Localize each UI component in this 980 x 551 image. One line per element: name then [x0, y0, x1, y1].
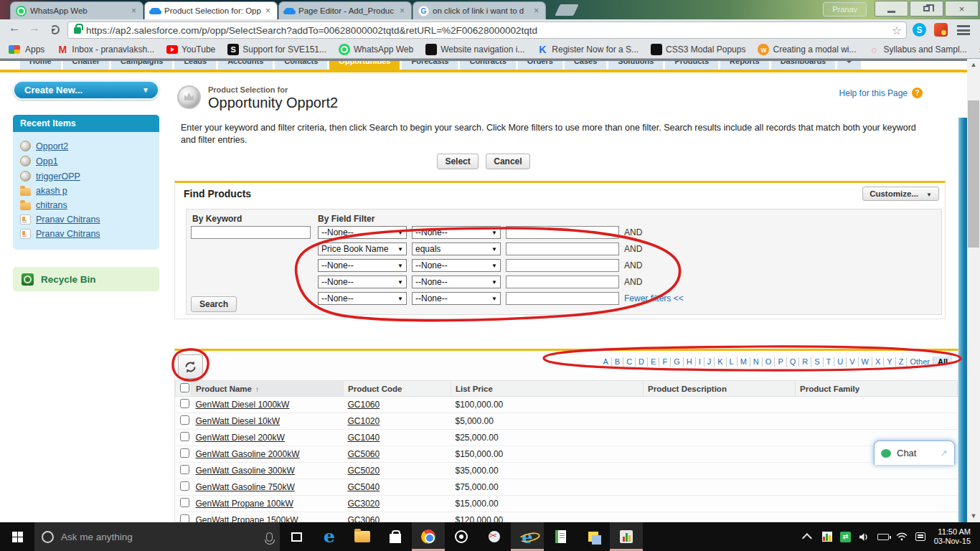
bookmark-star-icon[interactable]: ☆: [892, 24, 902, 37]
nav-tab-reports[interactable]: Reports: [720, 61, 769, 70]
row-checkbox[interactable]: [180, 465, 189, 474]
alphabet-link-g[interactable]: G: [671, 357, 684, 367]
nav-tab-products[interactable]: Products: [665, 61, 718, 70]
browser-tab[interactable]: Page Editor - Add_Produc×: [278, 1, 412, 19]
bookmark-item[interactable]: YouTube: [166, 44, 215, 55]
bookmark-item[interactable]: KRegister Now for a S...: [537, 44, 639, 55]
column-header[interactable]: List Price: [451, 381, 644, 397]
sticky-notes-taskbar-icon[interactable]: [577, 522, 610, 551]
nav-tab-solutions[interactable]: Solutions: [608, 61, 663, 70]
restore-button[interactable]: [910, 1, 943, 17]
row-checkbox[interactable]: [180, 448, 189, 458]
filter-value-input[interactable]: [506, 292, 619, 305]
tray-chevron-button[interactable]: [799, 533, 818, 540]
browser-menu-icon[interactable]: [957, 25, 970, 35]
product-code-link[interactable]: GC1060: [348, 400, 380, 410]
alphabet-link-x[interactable]: X: [872, 357, 884, 367]
file-explorer-taskbar-icon[interactable]: [346, 522, 379, 551]
taskbar-clock[interactable]: 11:50 AM 03-Nov-15: [930, 527, 976, 546]
alphabet-link-m[interactable]: M: [738, 357, 750, 367]
recent-item-link[interactable]: Opport2: [36, 141, 68, 151]
bookmark-item[interactable]: Website navigation i...: [425, 44, 524, 55]
row-checkbox[interactable]: [180, 514, 189, 522]
nav-tab-orders[interactable]: Orders: [518, 61, 562, 70]
column-header[interactable]: Product Family: [796, 381, 958, 397]
start-button[interactable]: [0, 522, 34, 551]
recycle-bin-item[interactable]: Recycle Bin: [13, 267, 159, 291]
filter-operator-select[interactable]: --None--▼: [412, 259, 501, 272]
tray-volume[interactable]: [855, 532, 874, 542]
ie-taskbar-icon[interactable]: e: [511, 522, 544, 551]
alphabet-link-u[interactable]: U: [834, 357, 847, 367]
alphabet-link-s[interactable]: S: [811, 357, 823, 367]
filter-operator-select[interactable]: equals▼: [412, 242, 501, 255]
alphabet-link-v[interactable]: V: [847, 357, 858, 367]
tray-action-center[interactable]: [911, 532, 930, 541]
bookmark-item[interactable]: wCreating a modal wi...: [758, 44, 856, 55]
nav-tab-forecasts[interactable]: Forecasts: [402, 61, 458, 70]
alphabet-link-z[interactable]: Z: [896, 357, 908, 367]
product-code-link[interactable]: GC5060: [348, 449, 380, 459]
alphabet-link-other[interactable]: Other: [907, 357, 933, 367]
alphabet-link-e[interactable]: E: [648, 357, 659, 367]
minimize-button[interactable]: [875, 1, 908, 17]
filter-value-input[interactable]: [506, 226, 619, 239]
alphabet-link-l[interactable]: L: [727, 357, 738, 367]
filter-field-select[interactable]: --None--▼: [318, 292, 407, 305]
alphabet-link-n[interactable]: N: [750, 357, 763, 367]
tray-green-app[interactable]: ⇄: [837, 532, 855, 542]
filter-value-input[interactable]: [506, 242, 619, 255]
recent-item-link[interactable]: Pranav Chitrans: [36, 229, 100, 239]
tab-close-icon[interactable]: ×: [398, 6, 406, 16]
customize-button[interactable]: Customize... ▼: [862, 187, 939, 201]
tray-battery[interactable]: [874, 534, 892, 540]
scroll-down-icon[interactable]: ▼: [967, 510, 980, 522]
nav-tab-accounts[interactable]: Accounts: [218, 61, 273, 70]
product-name-link[interactable]: GenWatt Gasoline 750kW: [196, 482, 295, 492]
close-button[interactable]: ×: [945, 1, 979, 17]
back-icon[interactable]: ←: [9, 22, 20, 34]
url-bar[interactable]: https://ap2.salesforce.com/p/opp/SelectS…: [67, 22, 907, 39]
create-new-button[interactable]: Create New... ▼: [13, 80, 159, 100]
product-code-link[interactable]: GC5020: [348, 466, 380, 476]
alphabet-link-r[interactable]: R: [799, 357, 811, 367]
tab-close-icon[interactable]: ×: [532, 6, 540, 16]
recorder-taskbar-icon[interactable]: [445, 522, 478, 551]
keyword-input[interactable]: [191, 226, 311, 239]
select-button[interactable]: Select: [437, 154, 478, 169]
nav-tab-dashboards[interactable]: Dashboards: [771, 61, 836, 70]
bookmark-item[interactable]: CSS3 Modal Popups: [651, 44, 745, 55]
extension-icon[interactable]: [934, 23, 948, 37]
fewer-filters-link[interactable]: Fewer filters <<: [624, 293, 684, 303]
reload-icon[interactable]: [50, 25, 60, 34]
alphabet-link-k[interactable]: K: [715, 357, 726, 367]
select-all-checkbox[interactable]: [180, 383, 189, 392]
bookmark-item[interactable]: ◌Syllabus and Sampl...: [869, 44, 967, 55]
help-link[interactable]: Help for this Page ?: [839, 88, 923, 98]
nav-tab-contracts[interactable]: Contracts: [460, 61, 515, 70]
alphabet-link-f[interactable]: F: [659, 357, 671, 367]
product-name-link[interactable]: GenWatt Gasoline 300kW: [196, 466, 295, 476]
recent-item-link[interactable]: chitrans: [36, 200, 67, 210]
recent-item-link[interactable]: akash p: [36, 186, 67, 196]
row-checkbox[interactable]: [180, 432, 189, 441]
chat-widget[interactable]: Chat ↗: [874, 441, 955, 465]
filter-operator-select[interactable]: --None--▼: [412, 226, 501, 239]
filter-operator-select[interactable]: --None--▼: [412, 276, 501, 288]
product-name-link[interactable]: GenWatt Diesel 200kW: [196, 433, 285, 443]
column-header[interactable]: Product Description: [644, 381, 796, 397]
nav-tab-chatter[interactable]: Chatter: [63, 61, 110, 70]
row-checkbox[interactable]: [180, 481, 189, 491]
product-name-link[interactable]: GenWatt Diesel 10kW: [196, 416, 281, 426]
tray-chart-app[interactable]: [818, 532, 837, 542]
bookmark-item[interactable]: Apps: [7, 44, 44, 55]
row-checkbox[interactable]: [180, 498, 189, 507]
alphabet-link-h[interactable]: H: [684, 357, 696, 367]
product-name-link[interactable]: GenWatt Diesel 1000kW: [196, 400, 290, 410]
alphabet-link-w[interactable]: W: [859, 357, 872, 367]
product-name-link[interactable]: GenWatt Gasoline 2000kW: [196, 449, 300, 459]
alphabet-link-a[interactable]: A: [600, 357, 611, 367]
store-taskbar-icon[interactable]: [379, 522, 412, 551]
forward-icon[interactable]: →: [29, 22, 40, 34]
refresh-button[interactable]: [178, 354, 203, 379]
